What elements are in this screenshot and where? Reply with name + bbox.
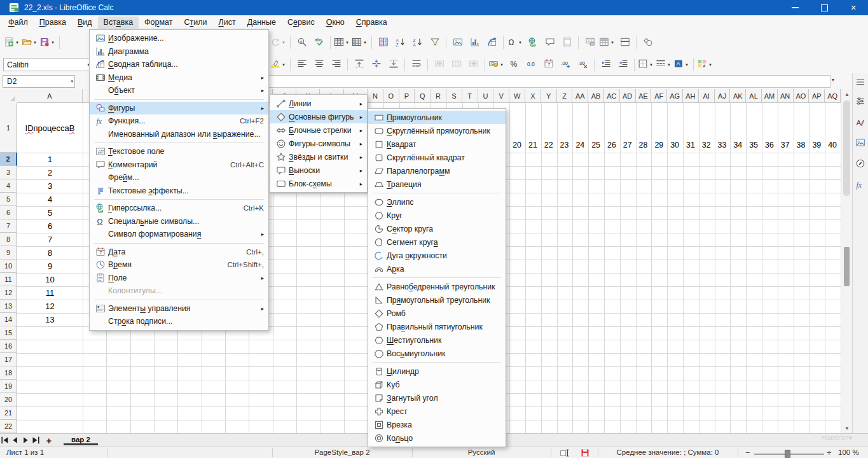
row-header-16[interactable]: 16 [0,340,17,353]
sidebar-gallery-icon[interactable] [855,137,866,148]
insert-menu-item-media[interactable]: Медиа▸ [90,71,268,85]
shapes-menu-item-basic-shapes[interactable]: Основные фигуры▸ [270,110,367,123]
cell-AG1[interactable]: 30 [667,139,682,151]
sheet-nav-next-icon[interactable] [20,435,31,445]
sidebar-grip[interactable] [844,247,850,286]
highlight-color-button[interactable]: ▾ [270,58,287,72]
column-header-AC[interactable]: AC [604,89,620,103]
row-header-4[interactable]: 4 [0,179,17,193]
column-header-AO[interactable]: AO [794,89,809,103]
insert-menu-item-form-controls[interactable]: Элементы управления▸ [90,302,268,316]
insert-menu-item-comment[interactable]: КомментарийCtrl+Alt+C [90,158,268,172]
column-header-N[interactable]: N [368,89,383,103]
row-header-2[interactable]: 2 [0,153,17,166]
zoom-out-button[interactable]: − [745,448,750,457]
sort-button[interactable]: AZZA [375,34,391,51]
cell-AD1[interactable]: 27 [620,139,635,151]
border-color-button[interactable]: A▾ [673,58,690,72]
cell-Y1[interactable]: 22 [541,139,556,151]
sidebar-functions-icon[interactable]: fx [855,179,866,190]
valign-top-button[interactable] [351,58,367,72]
scrollbar-thumb[interactable] [843,101,850,196]
menubar-item-help[interactable]: Справка [350,17,393,29]
row-header-3[interactable]: 3 [0,166,17,179]
hyperlink-button[interactable] [525,34,541,51]
menubar-item-edit[interactable]: Правка [34,17,72,29]
valign-bottom-button[interactable] [385,58,401,72]
cell-W1[interactable]: 20 [509,139,525,151]
insert-menu-item-field[interactable]: Поле▸ [90,272,268,285]
row-header-1[interactable]: 1 [0,103,17,153]
number-format-button[interactable]: 0.0 [523,58,539,72]
cell-AJ1[interactable]: 33 [715,139,730,151]
column-header-AD[interactable]: AD [620,89,636,103]
insert-menu-item-chart[interactable]: Диаграмма [90,45,268,59]
menubar-item-tools[interactable]: Сервис [282,17,320,29]
cell-AL1[interactable]: 35 [746,139,761,151]
currency-button[interactable]: ▾ [488,58,505,72]
insert-menu-item-shapes[interactable]: Фигуры▸ [90,102,268,115]
date-format-button[interactable]: 7 [541,58,556,72]
menubar-item-format[interactable]: Формат [139,17,178,29]
dropdown-arrow-icon[interactable]: ▾ [707,62,713,67]
insert-menu-item-time[interactable]: ВремяCtrl+Shift+, [90,258,268,272]
zoom-slider-thumb[interactable] [785,450,790,458]
spelling-button[interactable]: abc [311,34,327,51]
basic-shape-item-frame[interactable]: Врезка [368,418,506,431]
column-header-AB[interactable]: AB [588,89,604,103]
row-header-11[interactable]: 11 [0,273,17,286]
dropdown-arrow-icon[interactable]: ▾ [280,40,287,45]
save-button[interactable]: ▾ [39,34,56,51]
basic-shape-item-diamond[interactable]: Ромб [368,307,506,320]
align-center-button[interactable] [311,58,327,72]
column-header-Z[interactable]: Z [557,89,573,103]
dropdown-arrow-icon[interactable]: ▾ [666,62,672,67]
insert-row-button[interactable]: ▾ [334,34,350,51]
scroll-up-icon[interactable]: ▲ [841,89,853,99]
cell-AM1[interactable]: 36 [762,139,777,151]
menubar-item-data[interactable]: Данные [242,17,282,29]
name-box[interactable]: D2 ▾ [3,75,75,88]
conditional-formatting-button[interactable]: ≠▾ [697,58,713,72]
cell-AP1[interactable]: 39 [809,139,824,151]
cell-AC1[interactable]: 26 [604,139,619,151]
column-header-AP[interactable]: AP [809,89,825,103]
row-header-13[interactable]: 13 [0,300,17,313]
valign-middle-button[interactable] [368,58,384,72]
row-header-9[interactable]: 9 [0,246,17,260]
wrap-text-button[interactable] [408,58,424,72]
basic-shape-item-circle-pie[interactable]: Сектор круга [368,222,506,235]
row-header-18[interactable]: 18 [0,366,17,380]
language-status[interactable]: Русский [412,448,551,456]
column-header-X[interactable]: X [525,89,541,103]
insert-menu-item-formatting-mark[interactable]: Символ форматирования▸ [90,228,268,241]
cell-AO1[interactable]: 38 [794,139,809,151]
sidebar-sidebar-menu-icon[interactable] [855,76,866,88]
basic-shape-item-rounded-square[interactable]: Скруглённый квадрат [368,151,506,164]
document-modified-icon[interactable] [580,448,590,458]
special-character-button[interactable]: Ω▾ [507,34,523,51]
cell-A14[interactable]: 13 [18,314,82,326]
basic-shape-item-rounded-rectangle[interactable]: Скруглённый прямоугольник [368,124,506,137]
insert-column-button[interactable]: ▾ [352,34,368,51]
row-header-14[interactable]: 14 [0,313,17,326]
cell-A12[interactable]: 11 [18,287,82,299]
row-header-15[interactable]: 15 [0,326,17,340]
cell-A1[interactable]: ID процесса B [18,104,82,152]
dropdown-arrow-icon[interactable]: ▾ [648,62,654,67]
column-header-AI[interactable]: AI [699,89,715,103]
basic-shape-item-square[interactable]: Квадрат [368,137,506,151]
sort-ascending-button[interactable]: AZ [392,34,408,51]
shapes-menu-item-flowchart[interactable]: Блок-схемы▸ [270,177,367,190]
dropdown-arrow-icon[interactable]: ▾ [280,62,287,67]
row-header-5[interactable]: 5 [0,193,17,206]
border-style-button[interactable]: ▾ [656,58,672,72]
basic-shape-item-folded-corner[interactable]: Загнутый угол [368,391,506,405]
print-area-button[interactable] [582,34,598,51]
row-header-22[interactable]: 22 [0,420,17,433]
open-button[interactable]: ▾ [22,34,38,51]
merge-and-center-button[interactable] [431,58,447,72]
column-header-AH[interactable]: AH [683,89,699,103]
basic-shape-item-isosceles-triangle[interactable]: Равнобедренный треугольник [368,280,506,293]
column-header-R[interactable]: R [431,89,446,103]
